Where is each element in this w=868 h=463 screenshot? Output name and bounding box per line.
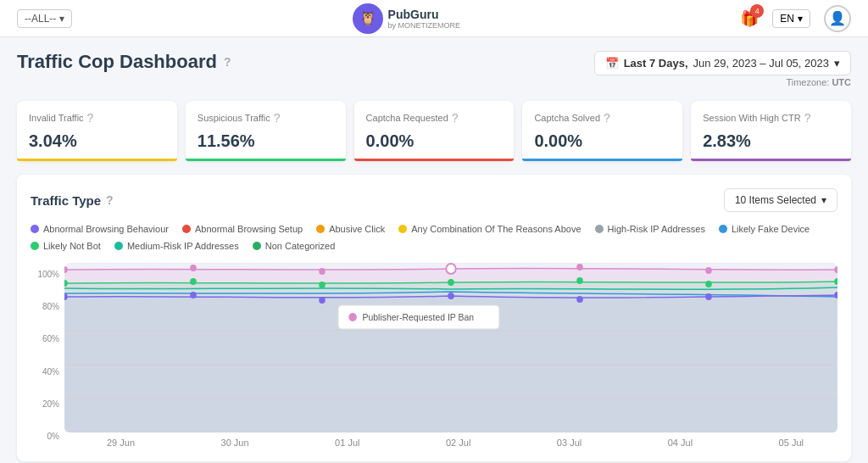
metric-value: 2.83% [703,131,839,151]
gift-button[interactable]: 🎁 4 [740,9,759,28]
metric-card-invalid-traffic: Invalid Traffic ? 3.04% [17,101,177,161]
legend-label: Medium-Risk IP Addresses [127,241,239,251]
chart-info-icon[interactable]: ? [106,193,114,207]
date-label: Last 7 Days, [624,57,688,70]
svg-point-21 [190,292,197,298]
legend-item: Abnormal Browsing Behaviour [31,224,169,234]
metric-label: Session With High CTR ? [703,111,839,125]
legend-item: Abusive Click [316,224,385,234]
all-select-dropdown[interactable]: --ALL-- ▾ [17,9,72,28]
svg-point-11 [705,267,712,274]
svg-text:Publisher-Requested IP Ban: Publisher-Requested IP Ban [363,312,475,322]
title-info-icon[interactable]: ? [224,55,231,69]
date-value: Jun 29, 2023 – Jul 05, 2023 [693,57,829,70]
legend-item: Likely Fake Device [719,224,810,234]
timezone: Timezone: UTC [786,77,851,87]
chevron-down-icon: ▾ [59,13,64,25]
metric-info-icon[interactable]: ? [452,111,459,125]
calendar-icon: 📅 [605,57,619,70]
metric-info-icon[interactable]: ? [604,111,610,125]
svg-point-27 [446,264,455,274]
legend-dot [595,225,604,233]
notification-badge: 4 [750,4,764,18]
nav-right: 🎁 4 EN ▾ 👤 [740,5,851,32]
logo-icon: 🦉 [353,3,383,34]
svg-point-24 [576,296,583,303]
metric-value: 11.56% [198,131,334,151]
chevron-down-icon: ▾ [834,57,840,70]
legend-dot [182,225,191,233]
all-select-label: --ALL-- [25,13,56,25]
legend-dot [114,242,123,250]
chart-area: Publisher-Requested IP Ban [64,263,837,432]
chevron-down-icon: ▾ [821,194,826,206]
legend-label: Any Combination Of The Reasons Above [411,224,581,234]
legend-dot [253,242,261,250]
metric-value: 0.00% [534,131,670,151]
metric-label: Captcha Solved ? [534,111,670,125]
legend-dot [719,225,727,233]
legend-item: High-Risk IP Addresses [595,224,705,234]
legend-item: Abnormal Browsing Setup [182,224,303,234]
chart-header: Traffic Type ? 10 Items Selected ▾ [31,188,837,212]
svg-point-10 [576,264,583,271]
legend-item: Any Combination Of The Reasons Above [398,224,581,234]
legend-item: Non Categorized [253,241,336,251]
svg-point-15 [319,282,326,288]
metric-label: Invalid Traffic ? [29,111,165,125]
date-range-button[interactable]: 📅 Last 7 Days, Jun 29, 2023 – Jul 05, 20… [594,51,851,75]
legend-label: High-Risk IP Addresses [608,224,705,234]
page-header: Traffic Cop Dashboard ? 📅 Last 7 Days, J… [17,51,851,87]
user-avatar[interactable]: 👤 [824,5,851,32]
x-axis: 29 Jun30 Jun01 Jul02 Jul03 Jul04 Jul05 J… [64,432,837,448]
legend-dot [316,225,325,233]
main-content: Traffic Cop Dashboard ? 📅 Last 7 Days, J… [0,37,868,463]
metric-cards: Invalid Traffic ? 3.04% Suspicious Traff… [17,101,851,161]
legend-label: Abnormal Browsing Setup [195,224,303,234]
metric-info-icon[interactable]: ? [87,111,94,125]
chart-canvas-wrapper: Publisher-Requested IP Ban 29 Jun30 Jun0… [64,263,837,448]
legend-label: Likely Not Bot [43,241,101,251]
svg-point-17 [576,277,583,284]
legend-dot [31,225,39,233]
metric-value: 3.04% [29,131,165,151]
svg-point-16 [448,279,454,286]
chart-section: Traffic Type ? 10 Items Selected ▾ Abnor… [17,175,851,461]
x-axis-label: 05 Jul [779,438,804,448]
chart-with-axes: 100% 80% 60% 40% 20% 0% [31,263,837,448]
x-axis-label: 03 Jul [557,438,581,448]
x-axis-label: 30 Jun [221,438,249,448]
chart-legend: Abnormal Browsing Behaviour Abnormal Bro… [31,224,837,251]
svg-point-14 [190,278,197,285]
x-axis-label: 01 Jul [335,438,359,448]
svg-point-22 [319,297,326,304]
metric-info-icon[interactable]: ? [274,111,281,125]
svg-point-25 [705,293,712,300]
chart-filter-dropdown[interactable]: 10 Items Selected ▾ [724,188,837,212]
metric-label: Suspicious Traffic ? [198,111,334,125]
language-dropdown[interactable]: EN ▾ [772,9,810,28]
metric-card-captcha-solved: Captcha Solved ? 0.00% [522,101,682,161]
top-nav: --ALL-- ▾ 🦉 PubGuru by MONETIZEMORE 🎁 4 … [0,0,868,37]
svg-point-8 [319,268,326,275]
legend-label: Likely Fake Device [732,224,810,234]
svg-point-23 [448,293,454,299]
x-axis-label: 02 Jul [446,438,470,448]
chevron-down-icon: ▾ [798,13,803,25]
legend-label: Abusive Click [329,224,385,234]
chart-title: Traffic Type ? [31,193,114,208]
filter-label: 10 Items Selected [735,194,816,206]
x-axis-label: 29 Jun [107,438,135,448]
nav-left: --ALL-- ▾ [17,9,72,28]
metric-info-icon[interactable]: ? [804,111,811,125]
metric-card-captcha-requested: Captcha Requested ? 0.00% [354,101,515,161]
metric-value: 0.00% [366,131,503,151]
legend-label: Non Categorized [265,241,336,251]
svg-point-7 [190,265,197,271]
legend-dot [31,242,39,250]
y-axis: 100% 80% 60% 40% 20% 0% [31,263,64,448]
legend-item: Likely Not Bot [31,241,101,251]
logo: 🦉 PubGuru by MONETIZEMORE [353,3,461,34]
legend-dot [398,225,407,233]
legend-item: Medium-Risk IP Addresses [114,241,239,251]
